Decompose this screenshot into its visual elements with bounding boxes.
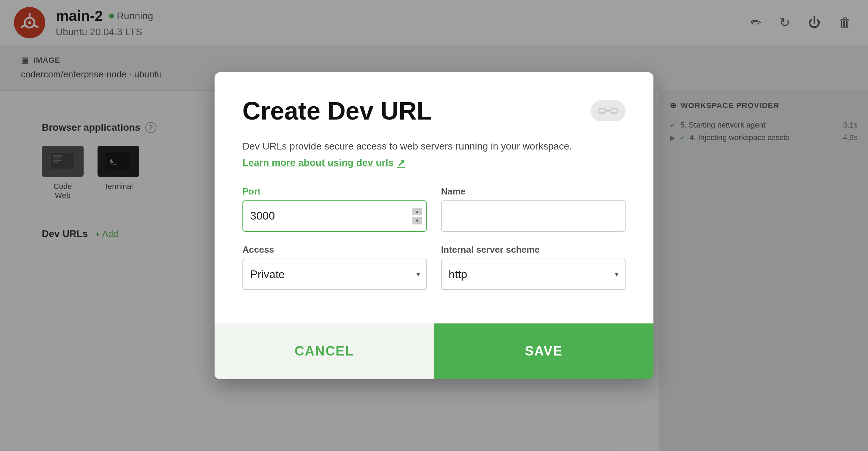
scheme-select-wrapper: http https ▾ (441, 259, 626, 290)
external-link-icon: ↗ (397, 157, 405, 169)
form-row-access-scheme: Access Private Public (Authenticated) Pu… (242, 244, 626, 290)
port-spinners: ▲ ▼ (412, 208, 422, 224)
form-group-name: Name (441, 186, 626, 232)
dialog-title: Create Dev URL (242, 97, 432, 125)
access-select-wrapper: Private Public (Authenticated) Public (U… (242, 259, 427, 290)
dialog-description: Dev URLs provide secure access to web se… (242, 139, 626, 154)
dialog-title-row: Create Dev URL (242, 97, 626, 125)
port-label: Port (242, 186, 427, 197)
name-input[interactable] (441, 200, 626, 232)
learn-more-link[interactable]: Learn more about using dev urls ↗ (242, 157, 626, 169)
dialog-body: Create Dev URL Dev URLs provide secure a… (215, 72, 653, 323)
scheme-label: Internal server scheme (441, 244, 626, 255)
name-label: Name (441, 186, 626, 197)
access-select[interactable]: Private Public (Authenticated) Public (U… (242, 259, 427, 290)
form-group-scheme: Internal server scheme http https ▾ (441, 244, 626, 290)
form-row-port-name: Port ▲ ▼ Name (242, 186, 626, 232)
form-group-access: Access Private Public (Authenticated) Pu… (242, 244, 427, 290)
form-group-port: Port ▲ ▼ (242, 186, 427, 232)
cancel-button[interactable]: CANCEL (215, 323, 434, 379)
scheme-select[interactable]: http https (441, 259, 626, 290)
create-dev-url-dialog: Create Dev URL Dev URLs provide secure a… (215, 72, 653, 379)
dialog-footer: CANCEL SAVE (215, 323, 653, 379)
port-decrement-button[interactable]: ▼ (412, 217, 422, 224)
save-button[interactable]: SAVE (434, 323, 653, 379)
access-label: Access (242, 244, 427, 255)
svg-rect-13 (598, 109, 606, 113)
link-icon (591, 100, 626, 121)
port-increment-button[interactable]: ▲ (412, 208, 422, 215)
port-input[interactable] (242, 200, 427, 232)
svg-rect-14 (610, 109, 618, 113)
modal-overlay[interactable]: Create Dev URL Dev URLs provide secure a… (0, 0, 868, 451)
port-input-wrapper: ▲ ▼ (242, 200, 427, 232)
